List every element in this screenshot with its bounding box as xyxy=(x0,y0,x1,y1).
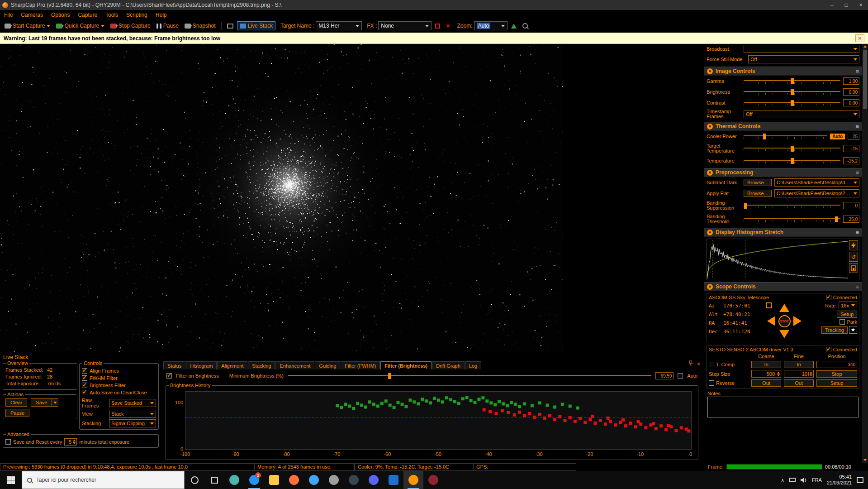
hamburger-icon[interactable]: ≡ xyxy=(855,123,859,130)
slew-right-button[interactable] xyxy=(791,315,804,327)
align-frames-checkbox[interactable] xyxy=(82,368,87,374)
collapse-icon[interactable]: ∧ xyxy=(707,124,713,129)
menu-options[interactable]: Options xyxy=(47,12,74,18)
save-stretch-icon[interactable] xyxy=(849,263,858,273)
minimize-button[interactable]: – xyxy=(825,0,839,10)
fx-dropdown[interactable]: None xyxy=(378,21,432,30)
filter-on-brightness-checkbox[interactable] xyxy=(166,373,172,379)
collapse-icon[interactable]: ∧ xyxy=(707,284,713,290)
spin-up-icon[interactable] xyxy=(777,372,780,374)
spin-down-icon[interactable] xyxy=(777,374,780,376)
brightness-slider[interactable] xyxy=(744,89,840,96)
fine-in-button[interactable]: In xyxy=(784,361,814,368)
save-dropdown-icon[interactable] xyxy=(52,398,58,407)
hamburger-icon[interactable]: ≡ xyxy=(855,229,859,236)
dock-panel-button[interactable] xyxy=(225,23,236,29)
banding-suppression-value[interactable]: 0 xyxy=(843,202,859,209)
gamma-slider[interactable] xyxy=(744,78,840,85)
start-capture-button[interactable]: Start Capture xyxy=(2,22,52,30)
firefox-icon[interactable] xyxy=(284,471,304,489)
save-reset-checkbox[interactable] xyxy=(5,439,11,445)
warning-close-icon[interactable]: × xyxy=(855,34,864,42)
spin-up-icon[interactable] xyxy=(810,372,812,374)
close-panel-icon[interactable]: × xyxy=(697,360,700,367)
stop-capture-button[interactable]: Stop Capture xyxy=(108,22,153,30)
zoom-dropdown[interactable]: Auto xyxy=(474,21,508,30)
temperature-slider[interactable] xyxy=(744,158,840,164)
notification-center-icon[interactable] xyxy=(857,477,863,483)
fwhm-filter-checkbox[interactable] xyxy=(82,375,87,381)
start-button[interactable] xyxy=(0,471,22,489)
volume-icon[interactable] xyxy=(801,477,807,483)
photos-icon[interactable] xyxy=(384,471,403,489)
section-preprocessing[interactable]: ∧ Preprocessing ≡ xyxy=(704,168,862,177)
scroll-up-icon[interactable] xyxy=(863,46,867,48)
scope-setup-button[interactable]: Setup xyxy=(837,311,857,318)
save-button[interactable]: Save xyxy=(31,398,52,407)
quick-capture-button[interactable]: Quick Capture xyxy=(54,22,107,30)
discord-icon[interactable] xyxy=(364,471,384,489)
banding-threshold-slider[interactable] xyxy=(744,216,840,223)
red-app-icon[interactable] xyxy=(423,471,443,489)
snapshot-button[interactable]: Snapshot xyxy=(182,22,218,30)
taskbar-search-input[interactable]: Taper ici pour rechercher xyxy=(22,471,185,489)
force-still-dropdown[interactable]: Off xyxy=(748,55,859,63)
tab-histogram[interactable]: Histogram xyxy=(186,361,217,369)
hamburger-icon[interactable]: ≡ xyxy=(855,169,859,176)
min-brightness-value[interactable]: 69.59 xyxy=(655,372,674,379)
contrast-slider[interactable] xyxy=(744,100,840,106)
section-image-controls[interactable]: ∧ Image Controls ≡ xyxy=(704,67,862,76)
tab-log[interactable]: Log xyxy=(465,361,481,369)
fine-out-button[interactable]: Out xyxy=(784,379,814,387)
collapse-icon[interactable]: ∧ xyxy=(707,170,713,176)
minutes-spinner[interactable]: 5 xyxy=(64,438,77,446)
section-histogram-stretch[interactable]: ∧ Display Histogram Stretch ≡ xyxy=(704,228,862,237)
scrollbar[interactable] xyxy=(862,44,868,463)
slew-up-button[interactable] xyxy=(778,302,791,314)
zoom-tool-button[interactable] xyxy=(520,22,530,29)
coarse-in-button[interactable]: In xyxy=(751,361,781,368)
target-temperature-slider[interactable] xyxy=(744,145,840,152)
banding-suppression-slider[interactable] xyxy=(744,202,840,209)
scrollbar-thumb[interactable] xyxy=(863,50,867,109)
cooler-power-slider[interactable] xyxy=(744,133,827,140)
file-explorer-icon[interactable] xyxy=(264,471,284,489)
hamburger-icon[interactable]: ≡ xyxy=(855,68,859,75)
tracking-button[interactable]: Tracking xyxy=(821,326,848,334)
menu-help[interactable]: Help xyxy=(152,12,171,18)
pin-icon[interactable] xyxy=(688,360,693,367)
tab-stacking[interactable]: Stacking xyxy=(248,361,275,369)
scope-connected-checkbox[interactable] xyxy=(826,295,831,300)
taskbar-clock[interactable]: 05:41 21/03/2021 xyxy=(827,474,852,486)
focuser-position-value[interactable]: 340 xyxy=(816,361,857,368)
selection-area-button[interactable] xyxy=(433,23,442,29)
slew-down-button[interactable] xyxy=(778,328,791,340)
subtract-dark-browse-button[interactable]: Browse... xyxy=(744,179,772,186)
stacking-dropdown[interactable]: Sigma Clipping xyxy=(109,419,156,427)
star-icon[interactable]: ★ xyxy=(849,326,857,334)
brightness-filter-checkbox[interactable] xyxy=(82,383,87,388)
messenger-icon[interactable]: 2 xyxy=(244,471,264,489)
focuser-connected-checkbox[interactable] xyxy=(826,347,831,352)
hamburger-icon[interactable]: ≡ xyxy=(855,283,859,290)
language-indicator[interactable]: FRA xyxy=(812,477,822,483)
slew-stop-button[interactable]: STOP xyxy=(778,315,791,327)
subtract-dark-path-dropdown[interactable]: C:\Users\SharkFleet\Desktop\dark... xyxy=(774,178,859,187)
pause-button[interactable]: Pause xyxy=(154,22,181,30)
brightness-value[interactable]: 0.00 xyxy=(843,88,859,96)
min-brightness-slider[interactable] xyxy=(288,373,652,379)
pause-stack-button[interactable]: Pause xyxy=(5,409,29,417)
maximize-button[interactable]: □ xyxy=(839,0,854,10)
auto-stretch-button[interactable] xyxy=(509,23,519,29)
clear-button[interactable]: Clear xyxy=(5,398,27,407)
section-scope-controls[interactable]: ∧ Scope Controls ≡ xyxy=(704,282,862,291)
focuser-setup-button[interactable]: Setup xyxy=(816,379,857,387)
menu-tools[interactable]: Tools xyxy=(101,12,122,18)
tray-chevron-up-icon[interactable]: ∧ xyxy=(781,478,784,483)
timestamp-frames-dropdown[interactable]: Off xyxy=(744,110,859,118)
target-name-dropdown[interactable]: M13 Her xyxy=(316,21,362,30)
tab-enhancement[interactable]: Enhancement xyxy=(275,361,314,369)
cooler-auto-button[interactable]: Auto xyxy=(830,134,845,139)
display-tray-icon[interactable] xyxy=(789,478,796,482)
menu-cameras[interactable]: Cameras xyxy=(17,12,47,18)
